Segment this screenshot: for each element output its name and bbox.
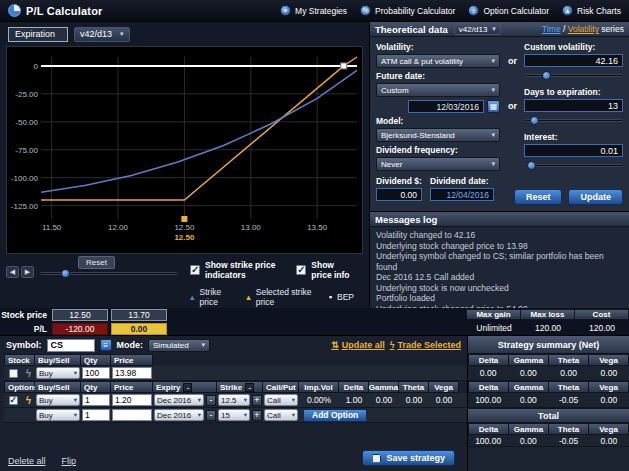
messages-log-body[interactable]: Volatility changed to 42.16Underlying st… <box>370 227 629 317</box>
option-strike-select[interactable]: 12.5 ▾ <box>218 394 250 406</box>
bep-price-value: 13.70 <box>111 309 167 321</box>
legend-bep: BEP <box>337 292 354 302</box>
custom-volatility-slider-handle[interactable] <box>542 71 551 80</box>
expiry-collapse-button[interactable]: - <box>183 383 192 392</box>
volatility-select[interactable]: ATM call & put volatility ▾ <box>376 54 500 68</box>
price-info: Stock price 12.50 13.70 P/L -120.00 0.00 <box>0 308 467 335</box>
model-select-value: Bjerksund-Stensland <box>381 131 455 140</box>
greek-value: 100.00 <box>468 393 508 407</box>
option-expiry-select[interactable]: Dec 2016 ▾ <box>154 394 204 406</box>
message-line: Underlying stock changed price to 13.98 <box>376 241 623 252</box>
pan-left-button[interactable]: ◀ <box>6 266 19 278</box>
trade-selected-link[interactable]: ϟ Trade Selected <box>390 340 461 350</box>
option-strike-select[interactable]: 15 ▾ <box>218 409 250 421</box>
update-all-link[interactable]: ⇅ Update all <box>331 340 385 350</box>
svg-text:13.00: 13.00 <box>241 223 262 232</box>
expiration-tab[interactable]: Expiration <box>8 27 68 42</box>
option-callput-select[interactable]: Call ▾ <box>264 394 298 406</box>
nav-probability-calculator[interactable]: % Probability Calculator <box>360 5 455 16</box>
interest-slider-handle[interactable] <box>527 161 536 170</box>
nav-risk-charts[interactable]: ▲ Risk Charts <box>562 5 621 16</box>
show-price-info-checkbox[interactable] <box>296 265 306 275</box>
strike-increment-button[interactable]: + <box>252 395 262 406</box>
svg-text:-100.00: -100.00 <box>11 174 39 183</box>
interest-slider[interactable] <box>524 164 623 167</box>
options-header-row: Options Buy/Sell Qty Price Expiry - Stri… <box>4 381 467 393</box>
stock-row-checkbox[interactable] <box>9 369 18 378</box>
days-to-expiration-slider[interactable] <box>524 119 623 122</box>
series-selector-value: v42/d13 <box>80 29 112 39</box>
expiry-decrement-button[interactable]: - <box>206 410 216 421</box>
option-price-input[interactable] <box>112 409 152 421</box>
time-series-link[interactable]: Time <box>542 24 561 34</box>
strike-collapse-button[interactable]: - <box>245 383 254 392</box>
nav-my-strategies[interactable]: ≡ My Strategies <box>280 5 347 16</box>
greek-value: 0.00 <box>508 366 548 380</box>
future-date-select[interactable]: Custom ▾ <box>376 83 500 97</box>
days-to-expiration-slider-handle[interactable] <box>530 116 539 125</box>
delete-all-link[interactable]: Delete all <box>8 456 46 466</box>
dividend-amount-field[interactable]: 0.00 <box>376 188 422 201</box>
greek-value: 0.00 <box>589 366 629 380</box>
option-callput-select[interactable]: Call ▾ <box>264 409 298 421</box>
greek-header: Gamma <box>509 381 549 393</box>
chart-zoom-slider-handle[interactable] <box>61 269 70 278</box>
option-vega-value: 0.00 <box>429 393 459 407</box>
custom-volatility-slider[interactable] <box>524 74 623 77</box>
chart-reset-button[interactable]: Reset <box>78 256 115 269</box>
chart-zoom-slider[interactable] <box>40 272 178 275</box>
model-label: Model: <box>376 116 500 126</box>
pl-calculator-app: P/L Calculator ≡ My Strategies % Probabi… <box>0 0 629 471</box>
model-select[interactable]: Bjerksund-Stensland ▾ <box>376 128 500 142</box>
strike-header: Strike - <box>217 381 263 393</box>
chart-pane: Expiration v42/d13 ▾ 11.5012.0012.5013.0… <box>0 22 370 308</box>
add-option-button[interactable]: Add Option <box>303 409 367 422</box>
mode-select[interactable]: Simulated ▾ <box>148 339 210 352</box>
my-strategies-icon: ≡ <box>280 5 291 16</box>
option-theta-value: 0.00 <box>399 393 429 407</box>
reset-button[interactable]: Reset <box>514 189 563 205</box>
option-price-input[interactable] <box>112 394 152 406</box>
stock-buysell-select[interactable]: Buy ▾ <box>36 367 80 379</box>
greek-header: Gamma <box>509 354 549 366</box>
message-line: Volatility changed to 42.16 <box>376 230 623 241</box>
flip-link[interactable]: Flip <box>62 456 77 466</box>
custom-volatility-value[interactable]: 42.16 <box>524 54 623 67</box>
greek-header: Gamma <box>509 423 549 435</box>
swap-icon: ⇅ <box>331 340 339 350</box>
pan-right-button[interactable]: ▶ <box>21 266 34 278</box>
strike-increment-button[interactable]: + <box>252 410 262 421</box>
volatility-series-link[interactable]: Volatility <box>568 24 599 34</box>
symbol-lookup-icon[interactable]: ≡ <box>100 339 112 351</box>
save-strategy-button[interactable]: Save strategy <box>362 450 455 466</box>
days-to-expiration-value[interactable]: 13 <box>524 99 623 112</box>
option-buysell-select[interactable]: Buy ▾ <box>36 394 80 406</box>
interest-value[interactable]: 0.01 <box>524 144 623 157</box>
trade-lightning-icon[interactable]: ϟ <box>26 368 31 379</box>
option-buysell-select[interactable]: Buy ▾ <box>36 409 80 421</box>
series-selector[interactable]: v42/d13 ▾ <box>74 27 130 42</box>
qty-header: Qty <box>81 354 111 366</box>
trade-lightning-icon[interactable]: ϟ <box>26 395 31 406</box>
dividend-date-field[interactable]: 12/04/2016 <box>430 188 494 201</box>
calendar-icon[interactable]: ▦ <box>487 100 500 113</box>
dividend-frequency-select[interactable]: Never ▾ <box>376 157 500 171</box>
show-strike-indicators-checkbox[interactable] <box>190 265 200 275</box>
symbol-input[interactable] <box>47 339 95 352</box>
theoretical-series-selector[interactable]: v42/d13 ▾ <box>454 23 501 35</box>
stock-price-input[interactable] <box>112 367 152 379</box>
update-button[interactable]: Update <box>568 189 623 205</box>
option-strike-value: 15 <box>221 411 230 420</box>
option-qty-input[interactable] <box>82 409 110 421</box>
option-row-checkbox[interactable] <box>9 396 18 405</box>
nav-label: My Strategies <box>295 6 347 16</box>
option-expiry-select[interactable]: Dec 2016 ▾ <box>154 409 204 421</box>
pl-chart[interactable]: 11.5012.0012.5013.0013.500-25.00-50.00-7… <box>6 46 363 254</box>
option-qty-input[interactable] <box>82 394 110 406</box>
stock-qty-input[interactable] <box>82 367 110 379</box>
expiry-decrement-button[interactable]: - <box>206 395 216 406</box>
dividend-amount-label: Dividend $: <box>376 176 422 186</box>
nav-option-calculator[interactable]: ± Option Calculator <box>468 5 549 16</box>
future-date-field[interactable]: 12/03/2016 <box>408 100 484 113</box>
chart-header: Expiration v42/d13 ▾ <box>0 22 369 46</box>
